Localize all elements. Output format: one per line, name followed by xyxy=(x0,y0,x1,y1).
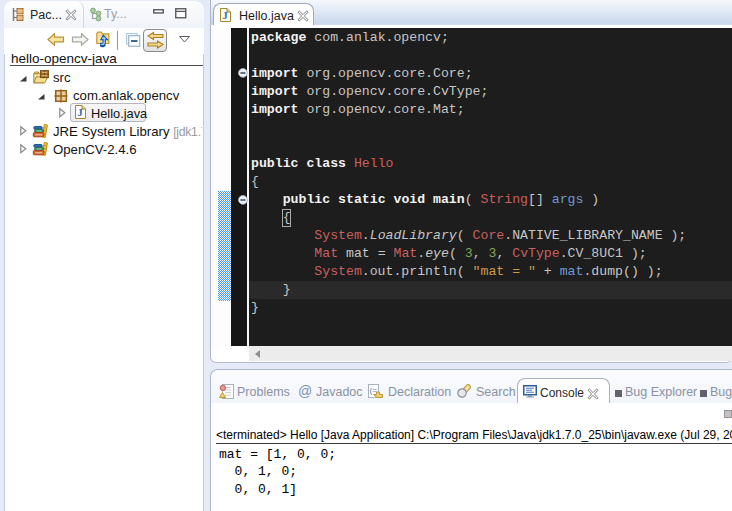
svg-text:J: J xyxy=(222,9,228,21)
svg-text:J: J xyxy=(77,106,83,118)
